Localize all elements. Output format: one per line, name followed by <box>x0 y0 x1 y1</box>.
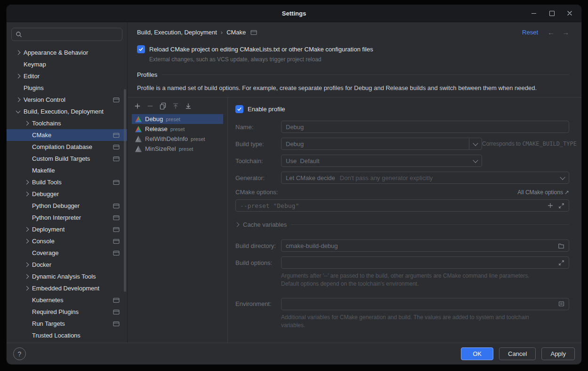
sidebar-item-cmake[interactable]: CMake <box>7 129 127 141</box>
sidebar-item-coverage[interactable]: Coverage <box>7 247 127 259</box>
sidebar-item-label: Build, Execution, Deployment <box>24 108 104 115</box>
minimize-button[interactable] <box>525 5 543 22</box>
build-type-select[interactable]: Debug <box>281 138 482 150</box>
build-directory-value: cmake-build-debug <box>286 242 338 249</box>
sidebar-item-custom-build-targets[interactable]: Custom Build Targets <box>7 153 127 165</box>
expand-field-icon[interactable] <box>558 203 564 209</box>
sidebar-item-docker[interactable]: Docker <box>7 259 127 271</box>
build-type-label: Build type: <box>235 140 281 148</box>
sidebar-item-embedded-development[interactable]: Embedded Development <box>7 282 127 294</box>
chevron-right-icon[interactable] <box>23 273 30 280</box>
name-field[interactable]: Debug <box>281 121 569 133</box>
profile-list: Debug preset Release preset RelWithDebIn… <box>132 114 223 154</box>
cache-variables-toggle[interactable]: Cache variables <box>235 221 569 228</box>
chevron-right-icon[interactable] <box>23 120 30 127</box>
sidebar-item-run-targets[interactable]: Run Targets <box>7 318 127 330</box>
move-down-button[interactable] <box>184 102 193 110</box>
sidebar-item-label: Docker <box>32 261 51 268</box>
profile-name: Release <box>145 125 168 132</box>
sidebar-item-dynamic-analysis-tools[interactable]: Dynamic Analysis Tools <box>7 271 127 282</box>
sidebar-scrollbar[interactable] <box>124 89 126 292</box>
project-settings-icon <box>113 239 120 244</box>
breadcrumb-item-cmake[interactable]: CMake <box>226 29 246 36</box>
chevron-right-icon[interactable] <box>23 261 30 269</box>
add-profile-button[interactable] <box>133 102 142 110</box>
chevron-down-icon[interactable] <box>14 108 22 115</box>
sidebar-item-console[interactable]: Console <box>7 235 127 247</box>
profile-name: MinSizeRel <box>145 145 176 152</box>
chevron-right-icon[interactable] <box>23 285 30 292</box>
ok-button[interactable]: OK <box>461 347 493 360</box>
sidebar-item-editor[interactable]: Editor <box>7 70 127 82</box>
sidebar-item-compilation-database[interactable]: Compilation Database <box>7 141 127 153</box>
external-link-icon: ↗ <box>564 189 569 196</box>
sidebar-item-label: Embedded Development <box>32 285 99 292</box>
sidebar-item-python-debugger[interactable]: Python Debugger <box>7 200 127 212</box>
environment-field[interactable] <box>281 298 569 310</box>
chevron-right-icon[interactable] <box>23 179 30 186</box>
project-settings-icon <box>113 227 120 232</box>
cancel-button[interactable]: Cancel <box>499 347 536 360</box>
add-option-icon[interactable] <box>548 203 553 208</box>
forward-arrow-icon[interactable]: → <box>562 28 569 36</box>
search-input[interactable] <box>25 31 118 39</box>
profile-item-relwithdebinfo[interactable]: RelWithDebInfo preset <box>132 134 223 144</box>
profile-item-release[interactable]: Release preset <box>132 124 223 134</box>
maximize-button[interactable] <box>543 5 561 22</box>
sidebar-item-keymap[interactable]: Keymap <box>7 58 127 70</box>
copy-profile-button[interactable] <box>159 102 167 110</box>
profile-item-debug[interactable]: Debug preset <box>132 114 223 124</box>
chevron-icon <box>23 320 30 328</box>
sidebar-item-plugins[interactable]: Plugins <box>7 82 127 94</box>
sidebar-item-build-tools[interactable]: Build Tools <box>7 176 127 188</box>
sidebar-item-label: Editor <box>24 73 40 80</box>
profiles-panel: Debug preset Release preset RelWithDebIn… <box>128 97 581 343</box>
reset-link[interactable]: Reset <box>522 29 538 36</box>
reload-cmake-checkbox[interactable] <box>137 45 145 53</box>
chevron-right-icon[interactable] <box>23 238 30 245</box>
enable-profile-label: Enable profile <box>248 106 285 113</box>
sidebar-item-appearance-behavior[interactable]: Appearance & Behavior <box>7 47 127 58</box>
chevron-right-icon[interactable] <box>14 73 22 80</box>
sidebar-item-label: CMake <box>32 132 51 139</box>
cmake-options-field[interactable]: --preset "Debug" <box>235 199 569 212</box>
chevron-right-icon[interactable] <box>14 49 22 57</box>
settings-tree: Appearance & Behavior Keymap Editor Plug… <box>7 47 127 343</box>
sidebar-item-required-plugins[interactable]: Required Plugins <box>7 306 127 318</box>
move-up-button[interactable] <box>171 102 180 110</box>
sidebar-item-python-interpreter[interactable]: Python Interpreter <box>7 212 127 223</box>
variables-list-icon[interactable] <box>558 301 564 307</box>
cache-variables-label: Cache variables <box>243 221 287 228</box>
chevron-right-icon[interactable] <box>14 96 22 104</box>
cmake-profile-icon <box>135 125 142 133</box>
apply-button[interactable]: Apply <box>541 347 575 360</box>
sidebar-item-trusted-locations[interactable]: Trusted Locations <box>7 330 127 341</box>
project-settings-icon <box>113 97 120 103</box>
generator-select[interactable]: Let CMake decide Don't pass any generato… <box>281 172 569 184</box>
back-arrow-icon[interactable]: ← <box>548 28 555 36</box>
help-button[interactable]: ? <box>13 347 26 360</box>
profile-item-minsizerel[interactable]: MinSizeRel preset <box>132 144 223 154</box>
folder-icon[interactable] <box>558 243 564 249</box>
enable-profile-checkbox[interactable] <box>235 105 243 113</box>
sidebar-item-toolchains[interactable]: Toolchains <box>7 117 127 129</box>
name-label: Name: <box>235 124 281 131</box>
sidebar-item-debugger[interactable]: Debugger <box>7 188 127 200</box>
chevron-right-icon[interactable] <box>23 226 30 233</box>
expand-field-icon[interactable] <box>558 260 564 266</box>
sidebar-item-build-execution-deployment[interactable]: Build, Execution, Deployment <box>7 106 127 117</box>
settings-search-box[interactable] <box>11 28 122 41</box>
breadcrumb-item-build-execution-deployment[interactable]: Build, Execution, Deployment <box>137 29 217 36</box>
sidebar-item-makefile[interactable]: Makefile <box>7 165 127 176</box>
sidebar-item-kubernetes[interactable]: Kubernetes <box>7 294 127 306</box>
chevron-icon <box>14 61 22 68</box>
build-options-field[interactable] <box>281 256 569 269</box>
close-button[interactable] <box>561 5 579 22</box>
sidebar-item-deployment[interactable]: Deployment <box>7 223 127 235</box>
chevron-right-icon[interactable] <box>23 190 30 198</box>
sidebar-item-version-control[interactable]: Version Control <box>7 94 127 106</box>
remove-profile-button[interactable] <box>146 102 154 110</box>
build-directory-field[interactable]: cmake-build-debug <box>281 239 569 252</box>
toolchain-select[interactable]: Use Default <box>281 155 482 167</box>
all-cmake-options-link[interactable]: All CMake options ↗ <box>517 189 569 196</box>
